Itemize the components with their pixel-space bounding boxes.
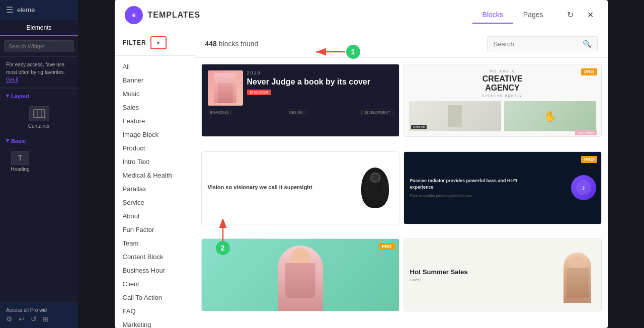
filter-item-faq[interactable]: FAQ [115, 304, 195, 318]
block-card-music[interactable]: PRO Passive radiator provides powerful b… [404, 151, 602, 224]
agency-title: CREATIVEAGENCY [482, 74, 523, 92]
pro-badge-music: PRO [581, 156, 597, 163]
heading-icon: T [11, 151, 29, 165]
filter-item-sales[interactable]: Sales [115, 101, 195, 114]
sidebar: ☰ eleme Elements For easy access, fave u… [0, 0, 78, 328]
layout-arrow-icon: ▾ [6, 93, 9, 99]
sidebar-footer-icons: ⚙ ↩ ↺ ⊞ [6, 315, 72, 323]
block-card-creativity[interactable]: 2019 Never Judge a book by its cover DIS… [201, 64, 399, 137]
blocks-grid: 2019 Never Judge a book by its cover DIS… [195, 58, 608, 328]
elements-tab[interactable]: Elements [0, 20, 78, 36]
filter-item-about[interactable]: About [115, 209, 195, 223]
modal-actions: ↻ × [564, 8, 598, 22]
layout-container-item[interactable]: Container [0, 101, 78, 134]
summer-sub: Sales [410, 278, 556, 282]
hamburger-icon[interactable]: ☰ [6, 5, 13, 15]
filter-item-feature[interactable]: Feature [115, 114, 195, 128]
filter-item-image-block[interactable]: Image Block [115, 128, 195, 141]
modal-overlay: e TEMPLATES Blocks Pages ↻ × [78, 0, 644, 328]
block-card-woman[interactable]: PRO [201, 238, 399, 311]
search-widget-area [0, 36, 78, 57]
container-icon [29, 106, 49, 121]
music-circle-icon: ♪ [571, 175, 596, 200]
filter-item-all[interactable]: All [115, 60, 195, 73]
filter-item-product[interactable]: Product [115, 141, 195, 155]
search-input-wrapper: 🔍 [487, 36, 598, 51]
heading-label: Heading [11, 167, 29, 172]
container-label: Container [28, 123, 50, 129]
basic-section-header: ▾ Basic [0, 134, 78, 146]
creativity-tag-development: DEVELOPMENT [361, 110, 393, 115]
filter-categories: All Banner Music Sales Feature Image Blo… [115, 56, 195, 328]
pro-badge-agency: PRO [581, 68, 597, 75]
filter-label: FILTER [123, 39, 146, 46]
filter-header: FILTER ▾ [115, 30, 195, 56]
filter-item-intro-text[interactable]: Intro Text [115, 155, 195, 169]
annotation-circle-1: 1 [346, 45, 360, 59]
layout-section-header: ▾ Layout [0, 88, 78, 101]
creativity-sub: 2019 [247, 70, 393, 75]
main-content: e TEMPLATES Blocks Pages ↻ × [78, 0, 644, 328]
basic-heading-item[interactable]: T Heading [5, 148, 35, 175]
filter-item-client[interactable]: Client [115, 277, 195, 291]
blocks-count: 448 blocks found [205, 40, 259, 48]
music-headline: Passive radiator provides powerful bass … [410, 178, 530, 191]
pro-badge-woman: PRO [379, 243, 395, 250]
search-widget-input[interactable] [4, 40, 74, 52]
modal-title: TEMPLATES [148, 11, 201, 20]
filter-item-medical-health[interactable]: Medical & Health [115, 169, 195, 182]
filter-item-call-to-action[interactable]: Call To Action [115, 291, 195, 304]
basic-arrow-icon: ▾ [6, 137, 9, 144]
modal-header: e TEMPLATES Blocks Pages ↻ × [115, 0, 608, 30]
content-header: 448 blocks found 🔍 [195, 30, 608, 58]
filter-item-music[interactable]: Music [115, 87, 195, 101]
annotation-circle-2: 2 [216, 241, 230, 255]
annotation-2-group: 2 [213, 219, 233, 249]
history-icon[interactable]: ↩ [19, 315, 25, 323]
grid-icon[interactable]: ⊞ [43, 315, 49, 323]
filter-item-parallax[interactable]: Parallax [115, 182, 195, 196]
filter-item-service[interactable]: Service [115, 196, 195, 209]
block-card-supersight[interactable]: Vision so visionary we call it supersigh… [201, 151, 399, 224]
agency-interior-tag: INTERIOR [411, 125, 427, 129]
sidebar-title: eleme [17, 6, 35, 14]
modal-tabs: Blocks Pages [472, 7, 553, 24]
search-input[interactable] [494, 40, 579, 48]
agency-tagline: creative agency [482, 94, 522, 97]
block-card-agency[interactable]: PRO WE ARE A CREATIVEAGENCY creative age… [404, 64, 602, 137]
promo-link[interactable]: Get It [6, 77, 18, 83]
sidebar-bottom: Access all Pro wid ⚙ ↩ ↺ ⊞ [0, 302, 78, 328]
filter-item-business-hour[interactable]: Business Hour [115, 264, 195, 277]
templates-modal: e TEMPLATES Blocks Pages ↻ × [115, 0, 608, 328]
agency-fashion-tag: THE FASHION [575, 130, 597, 135]
filter-dropdown-button[interactable]: ▾ [150, 36, 167, 49]
tab-pages[interactable]: Pages [513, 7, 553, 24]
supersight-headline: Vision so visionary we call it supersigh… [208, 184, 354, 191]
modal-logo: e [125, 6, 143, 24]
content-area: 448 blocks found 🔍 [195, 30, 608, 328]
tab-blocks[interactable]: Blocks [472, 7, 513, 24]
close-button[interactable]: × [584, 8, 598, 22]
filter-item-marketing[interactable]: Marketing [115, 318, 195, 328]
filter-item-team[interactable]: Team [115, 236, 195, 250]
redo-icon[interactable]: ↺ [31, 315, 37, 323]
summer-title: Hot Summer Sales [410, 268, 556, 276]
sidebar-promo: For easy access, fave use most often by … [0, 57, 78, 88]
filter-item-banner[interactable]: Banner [115, 73, 195, 87]
music-desc: Passive radiator provides powerful bass [410, 193, 530, 198]
refresh-button[interactable]: ↻ [564, 8, 578, 22]
agency-eyebrow: WE ARE A [490, 69, 515, 73]
filter-item-content-block[interactable]: Content Block [115, 250, 195, 264]
svg-text:e: e [132, 12, 135, 19]
basic-items-list: T Heading [0, 146, 78, 177]
block-card-summer[interactable]: Hot Summer Sales Sales [404, 238, 602, 311]
search-icon: 🔍 [583, 40, 591, 48]
creativity-headline: Never Judge a book by its cover [247, 77, 393, 87]
filter-item-fun-factor[interactable]: Fun Factor [115, 223, 195, 236]
creativity-tag-branding: BRANDING [208, 110, 231, 115]
annotation-1-arrow [311, 44, 346, 59]
sidebar-header: ☰ eleme [0, 0, 78, 20]
annotation-1-group: 1 [311, 44, 360, 59]
modal-body: FILTER ▾ All Banner Music Sales Feature … [115, 30, 608, 328]
settings-icon[interactable]: ⚙ [6, 315, 13, 323]
